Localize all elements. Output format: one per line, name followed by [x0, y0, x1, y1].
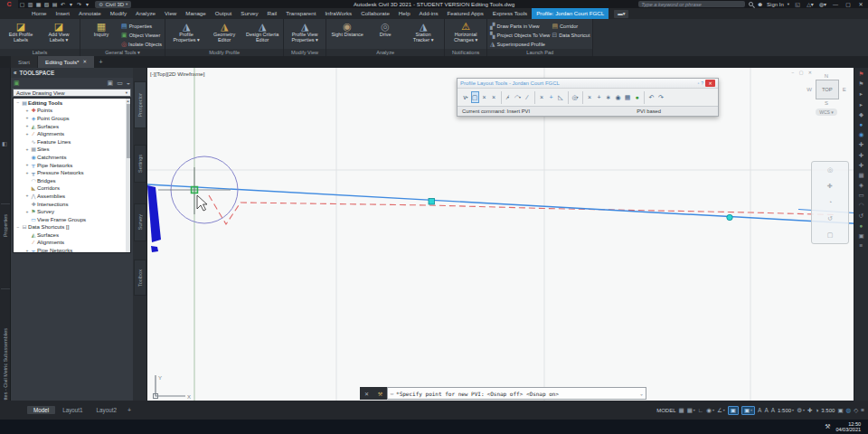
tree-item-intersections[interactable]: ✚Intersections — [14, 200, 130, 208]
alerts-icon[interactable]: △▾ — [806, 1, 815, 7]
tree-item-alignments[interactable]: +∕Alignments — [14, 129, 130, 137]
arc-icon[interactable]: ◠ — [859, 202, 864, 208]
toolbar-close-button[interactable]: ✕ — [705, 80, 715, 87]
grid-display-icon[interactable]: ▦ — [679, 407, 684, 414]
fixed-tangent-icon[interactable]: ∕ — [524, 91, 532, 103]
sight-distance-button[interactable]: ◉Sight Distance — [329, 20, 365, 37]
select-pvi-icon[interactable]: ◎▾ — [571, 91, 580, 103]
polar-tracking-icon[interactable]: ◉▾ — [706, 407, 714, 414]
tree-item-bridges[interactable]: ◠Bridges — [14, 176, 130, 184]
pvi-marker-square[interactable] — [429, 199, 435, 205]
ribbon-tab-home[interactable]: Home — [27, 8, 52, 19]
save-as-icon[interactable]: ▧ — [42, 1, 51, 7]
ribbon-tab-help[interactable]: Help — [394, 8, 415, 19]
ribbon-tab-annotate[interactable]: Annotate — [74, 8, 106, 19]
gem-icon[interactable]: ◈ — [859, 182, 863, 188]
diamond-icon[interactable]: ◆ — [859, 111, 863, 118]
collapse-icon[interactable]: « — [14, 70, 17, 76]
tree-item-feature-lines[interactable]: ∿Feature Lines — [14, 137, 130, 146]
viewcube-west[interactable]: W — [807, 87, 812, 92]
toolspace-tab-survey[interactable]: Survey — [134, 203, 146, 241]
tree-item-corridors[interactable]: ◣Corridors — [14, 184, 130, 193]
zoom-icon[interactable]: ◔ — [828, 199, 832, 205]
ribbon-tab-overflow-icon[interactable]: ▬▾ — [614, 10, 628, 18]
restore-button[interactable]: ▢ — [844, 1, 853, 7]
viewcube-east[interactable]: E — [843, 87, 846, 92]
isodraft-icon[interactable]: ∠▾ — [717, 407, 725, 414]
existing-ground-profile-dashed[interactable] — [209, 195, 834, 224]
properties-button[interactable]: ▤Properties — [121, 22, 162, 30]
dot-icon[interactable]: ∗ — [605, 91, 613, 103]
tree-item-view-frame-groups[interactable]: ▭View Frame Groups — [14, 215, 130, 223]
undo-icon[interactable]: ↶ — [59, 1, 67, 7]
new-drawing-tab-button[interactable]: + — [95, 56, 107, 68]
stretch-icon[interactable]: ✚ — [859, 162, 863, 168]
draw-tangents-icon[interactable]: ∨▾ — [461, 91, 469, 103]
taskbar-clock[interactable]: 12:50 04/03/2021 — [835, 421, 861, 433]
flag-icon[interactable]: ⚑ — [859, 80, 864, 87]
ribbon-tab-add-ins[interactable]: Add-ins — [415, 8, 443, 19]
palette-anchor-icon[interactable]: ◧ — [2, 140, 7, 146]
undo-pl-icon[interactable]: ↶ — [647, 91, 656, 103]
customization-icon[interactable]: ✚ — [807, 407, 812, 414]
file-tab-editing-tools-[interactable]: Editing Tools*✕ — [38, 56, 94, 68]
new-layout-button[interactable]: + — [124, 407, 135, 413]
hardware-accel-icon[interactable]: ▣ — [837, 407, 843, 414]
online-sphere-icon[interactable]: ◍▾ — [818, 1, 827, 7]
delete-entity-icon[interactable]: × — [586, 91, 594, 103]
drive-button[interactable]: ◎Drive — [367, 20, 403, 37]
profile-view-properties-button[interactable]: ◮Profile ViewProperties ▾ — [287, 20, 323, 42]
object-viewer-button[interactable]: ▣Object Viewer — [121, 31, 162, 39]
design-criteria-editor-button[interactable]: ◮Design CriteriaEditor — [244, 20, 280, 42]
app-store-icon[interactable]: ◱ — [793, 1, 802, 7]
status-menu-icon[interactable]: ≡ — [861, 407, 864, 413]
arrow-icon[interactable]: ▸ — [860, 90, 863, 97]
contextual-tab-profile[interactable]: Profile: Jordan Court FGCL — [532, 8, 609, 19]
annotation-scale-icon[interactable]: A — [771, 407, 775, 413]
tree-item-surfaces[interactable]: ◭Surfaces — [14, 231, 130, 239]
tree-item-pipe-networks[interactable]: +╥Pipe Networks — [14, 161, 130, 169]
ribbon-tab-view[interactable]: View — [160, 8, 181, 19]
redo-pl-icon[interactable]: ↷ — [657, 91, 665, 103]
command-close-icon[interactable]: ✕ — [364, 391, 369, 397]
apply-icon[interactable]: ● — [633, 91, 641, 103]
panorama-icon[interactable]: ▦ — [624, 91, 632, 103]
wcs-dropdown[interactable]: WCS ▾ — [816, 108, 837, 116]
arrow2-icon[interactable]: ▸ — [860, 101, 863, 108]
full-navigation-wheel-icon[interactable]: ◎ — [827, 166, 833, 174]
ribbon-tab-express-tools[interactable]: Express Tools — [488, 8, 532, 19]
toolspace-tab-toolbox[interactable]: Toolbox — [134, 259, 146, 296]
viewcube-south[interactable]: S — [800, 100, 853, 106]
tree-item-pipe-networks[interactable]: +╥Pipe Networks — [14, 246, 130, 253]
insert-pvi-icon[interactable]: ▢ — [471, 91, 479, 103]
undo-strip-icon[interactable]: ↺ — [859, 212, 863, 219]
draw-tangent-icon[interactable]: ∕▾ — [505, 91, 513, 103]
toolspace-display-icon[interactable]: ▣ — [108, 80, 114, 87]
tree-item-point-groups[interactable]: +◈Point Groups — [14, 114, 130, 122]
drawing-area[interactable]: [-][Top][2D Wireframe] − ▢ ✕ Y X — [147, 68, 868, 401]
toolbar-help-icon[interactable]: ? — [701, 80, 703, 86]
grid-icon[interactable]: ▦ — [858, 172, 863, 178]
ribbon-tab-survey[interactable]: Survey — [236, 8, 262, 19]
showmotion-icon[interactable]: ▢ — [827, 231, 834, 239]
layout-tab-layout1[interactable]: Layout1 — [56, 406, 89, 414]
elevation-value[interactable]: 3.500 — [821, 408, 835, 413]
panel-icon[interactable]: ▣ — [858, 232, 863, 239]
tree-item-editing-tools[interactable]: −▤Editing Tools — [14, 99, 130, 107]
tree-item-data-shortcuts-[interactable]: −⊟Data Shortcuts [] — [14, 223, 130, 231]
search-icon[interactable] — [749, 2, 753, 6]
active-drawing-view-select[interactable]: Active Drawing View ▾ — [13, 89, 131, 97]
tree-item-survey[interactable]: +⚑Survey — [14, 207, 130, 215]
ribbon-tab-collaborate[interactable]: Collaborate — [356, 8, 394, 19]
osnap-icon[interactable]: ▣ — [728, 406, 739, 415]
toolspace-monitor-icon[interactable]: ▭ — [117, 80, 123, 87]
add-view-labels-button[interactable]: ◪Add ViewLabels ▾ — [41, 20, 77, 42]
ortho-icon[interactable]: ∟ — [698, 407, 703, 413]
toolbar-pin-icon[interactable]: ▫ — [697, 80, 699, 86]
rect-icon[interactable]: ▭ — [858, 192, 863, 198]
edit-vertical-icon[interactable]: + — [595, 91, 603, 103]
profile-grid-view-icon[interactable]: ◉ — [614, 91, 622, 103]
toolspace-header[interactable]: « TOOLSPACE — [11, 68, 133, 78]
delete-pvi-icon[interactable]: × — [480, 91, 488, 103]
command-wrench-icon[interactable]: ⚒ — [378, 391, 382, 397]
